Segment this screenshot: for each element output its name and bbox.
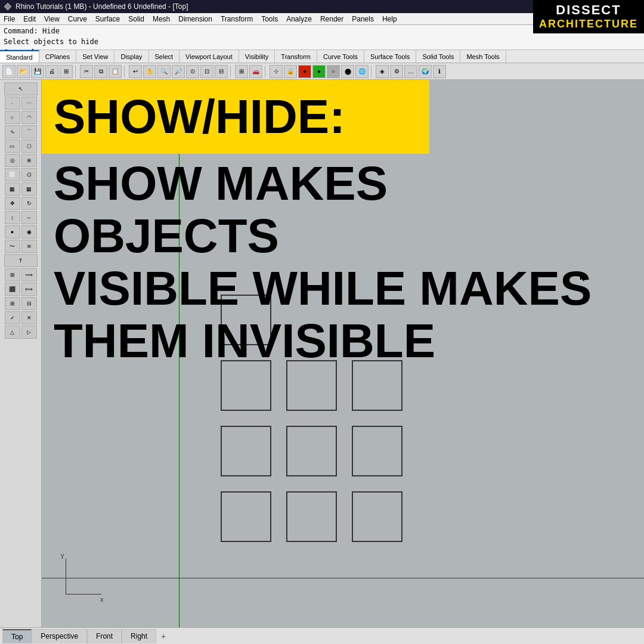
zoom-window-icon[interactable]: ⊡ bbox=[200, 65, 213, 78]
array2-icon[interactable]: ⟹ bbox=[21, 268, 37, 281]
tab-visibility[interactable]: Visibility bbox=[239, 50, 275, 63]
pan-icon[interactable]: ✋ bbox=[143, 65, 156, 78]
menu-dimension[interactable]: Dimension bbox=[177, 15, 213, 23]
freeform-icon[interactable]: ⌒ bbox=[21, 125, 37, 138]
car-icon[interactable]: 🚗 bbox=[249, 65, 262, 78]
zoom-extent-icon[interactable]: ⊙ bbox=[186, 65, 199, 78]
snap2-icon[interactable]: ⊗ bbox=[21, 154, 37, 167]
menu-edit[interactable]: Edit bbox=[22, 15, 37, 23]
x-icon[interactable]: ✕ bbox=[21, 311, 37, 324]
print-icon[interactable]: 🖨 bbox=[45, 65, 58, 78]
sphere-icon[interactable]: ⬤ bbox=[341, 65, 354, 78]
rotate-icon[interactable]: ↻ bbox=[21, 197, 37, 210]
tab-select[interactable]: Select bbox=[149, 50, 180, 63]
color1-icon[interactable]: ● bbox=[298, 65, 311, 78]
box-icon[interactable]: ⬜ bbox=[5, 168, 20, 181]
polygon-icon[interactable]: ⬡ bbox=[21, 140, 37, 153]
grid1-icon[interactable]: ⊞ bbox=[5, 297, 20, 310]
grid-icon[interactable]: ⊞ bbox=[235, 65, 248, 78]
settings-icon[interactable]: ⚙ bbox=[390, 65, 403, 78]
text-icon[interactable]: T bbox=[4, 254, 38, 267]
open-icon[interactable]: 📂 bbox=[17, 65, 30, 78]
menu-tools[interactable]: Tools bbox=[260, 15, 279, 23]
cylinder-icon[interactable]: ⌬ bbox=[21, 168, 37, 181]
history1-icon[interactable]: ⬛ bbox=[5, 283, 20, 296]
check-icon[interactable]: ✓ bbox=[5, 311, 20, 324]
undo-icon[interactable]: ↩ bbox=[129, 65, 142, 78]
tab-right[interactable]: Right bbox=[122, 629, 156, 643]
surface2-icon[interactable]: ▦ bbox=[21, 182, 37, 196]
arc-icon[interactable]: ◠ bbox=[21, 111, 37, 124]
tab-curve-tools[interactable]: Curve Tools bbox=[317, 50, 364, 63]
web-icon[interactable]: 🌍 bbox=[419, 65, 432, 78]
brand-dissect: DISSECT bbox=[539, 2, 638, 18]
tab-solid-tools[interactable]: Solid Tools bbox=[416, 50, 460, 63]
circle-icon[interactable]: ○ bbox=[5, 111, 20, 124]
viewport[interactable]: T SHOW/HIDE: SHOW MAKES OBJECTS VISIBLE … bbox=[42, 80, 644, 627]
menu-panels[interactable]: Panels bbox=[351, 15, 375, 23]
curve-icon[interactable]: ∿ bbox=[5, 125, 20, 138]
sphere1-icon[interactable]: ● bbox=[5, 225, 20, 239]
menu-file[interactable]: File bbox=[2, 15, 16, 23]
layout-icon[interactable]: ⊞ bbox=[60, 65, 73, 78]
point-icon[interactable]: · bbox=[5, 97, 20, 110]
snap-icon[interactable]: ⊹ bbox=[270, 65, 283, 78]
more-icon[interactable]: … bbox=[404, 65, 417, 78]
lock-icon[interactable]: 🔒 bbox=[284, 65, 297, 78]
globe-icon[interactable]: 🌐 bbox=[355, 65, 369, 78]
tab-perspective[interactable]: Perspective bbox=[32, 629, 87, 643]
tab-setview[interactable]: Set View bbox=[76, 50, 114, 63]
tab-surface-tools[interactable]: Surface Tools bbox=[364, 50, 416, 63]
save-icon[interactable]: 💾 bbox=[31, 65, 44, 78]
tab-mesh-tools[interactable]: Mesh Tools bbox=[460, 50, 506, 63]
toolbar-icons: 📄 📂 💾 🖨 ⊞ ✂ ⧉ 📋 ↩ ✋ 🔍 🔎 ⊙ ⊡ ⊟ ⊞ 🚗 ⊹ 🔒 ● … bbox=[0, 63, 644, 80]
add-viewport-button[interactable]: + bbox=[156, 629, 171, 643]
tab-viewport-layout[interactable]: Viewport Layout bbox=[179, 50, 239, 63]
triangle2-icon[interactable]: ▷ bbox=[21, 326, 37, 339]
rect-icon[interactable]: ▭ bbox=[5, 140, 20, 153]
zoom-in-icon[interactable]: 🔍 bbox=[157, 65, 171, 78]
snap1-icon[interactable]: ◎ bbox=[5, 154, 20, 167]
array1-icon[interactable]: ⊞ bbox=[5, 268, 20, 281]
triangle1-icon[interactable]: △ bbox=[5, 326, 20, 339]
tab-display[interactable]: Display bbox=[114, 50, 148, 63]
menu-curve[interactable]: Curve bbox=[67, 15, 88, 23]
select-icon[interactable]: ◈ bbox=[376, 65, 389, 78]
color3-icon[interactable]: ○ bbox=[327, 65, 340, 78]
menu-help[interactable]: Help bbox=[381, 15, 398, 23]
new-icon[interactable]: 📄 bbox=[2, 65, 16, 78]
sphere2-icon[interactable]: ◉ bbox=[21, 225, 37, 239]
tab-cplanes[interactable]: CPlanes bbox=[39, 50, 77, 63]
tab-front[interactable]: Front bbox=[87, 629, 122, 643]
tab-transform[interactable]: Transform bbox=[275, 50, 317, 63]
menu-mesh[interactable]: Mesh bbox=[151, 15, 171, 23]
tab-top[interactable]: Top bbox=[2, 629, 32, 643]
copy-icon[interactable]: ⧉ bbox=[94, 65, 107, 78]
menu-analyze[interactable]: Analyze bbox=[285, 15, 313, 23]
info-icon[interactable]: ℹ bbox=[433, 65, 446, 78]
tab-standard[interactable]: Standard bbox=[0, 50, 39, 63]
dim2-icon[interactable]: ↔ bbox=[21, 211, 37, 224]
circle-tools: ○ ◠ bbox=[5, 111, 37, 124]
menu-view[interactable]: View bbox=[43, 15, 61, 23]
zoom-out-icon[interactable]: 🔎 bbox=[172, 65, 185, 78]
wave2-icon[interactable]: ≋ bbox=[21, 240, 37, 253]
cut-icon[interactable]: ✂ bbox=[80, 65, 93, 78]
surface1-icon[interactable]: ▩ bbox=[5, 182, 20, 196]
axis-y-label: y bbox=[61, 552, 64, 559]
dim1-icon[interactable]: ↕ bbox=[5, 211, 20, 224]
history2-icon[interactable]: ⟺ bbox=[21, 283, 37, 296]
zoom-select-icon[interactable]: ⊟ bbox=[215, 65, 228, 78]
color2-icon[interactable]: ● bbox=[312, 65, 326, 78]
grid-rect-r3c3 bbox=[352, 426, 402, 476]
grid2-icon[interactable]: ⊟ bbox=[21, 297, 37, 310]
paste-icon[interactable]: 📋 bbox=[109, 65, 122, 78]
move-icon[interactable]: ✥ bbox=[5, 197, 20, 210]
menu-transform[interactable]: Transform bbox=[219, 15, 254, 23]
menu-solid[interactable]: Solid bbox=[127, 15, 145, 23]
select-tool[interactable]: ↖ bbox=[4, 82, 38, 95]
wave1-icon[interactable]: 〜 bbox=[5, 240, 20, 253]
menu-render[interactable]: Render bbox=[319, 15, 345, 23]
menu-surface[interactable]: Surface bbox=[94, 15, 121, 23]
multipoint-icon[interactable]: ⋯ bbox=[21, 97, 37, 110]
